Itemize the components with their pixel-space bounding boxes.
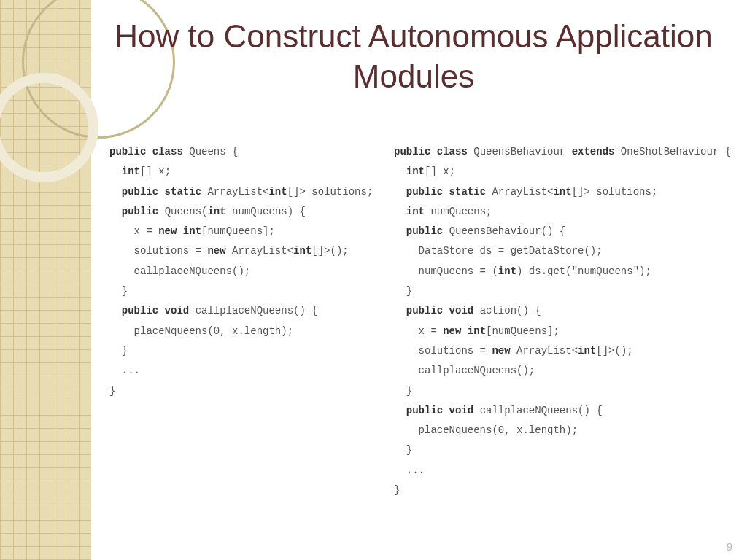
page-number: 9 (727, 540, 732, 553)
code-block-left: public class Queens { int[] x; public st… (109, 142, 379, 401)
slide-content: public class Queens { int[] x; public st… (109, 142, 725, 500)
slide-title: How to Construct Autonomous Application … (109, 16, 718, 96)
code-block-right: public class QueensBehaviour extends One… (394, 142, 731, 500)
